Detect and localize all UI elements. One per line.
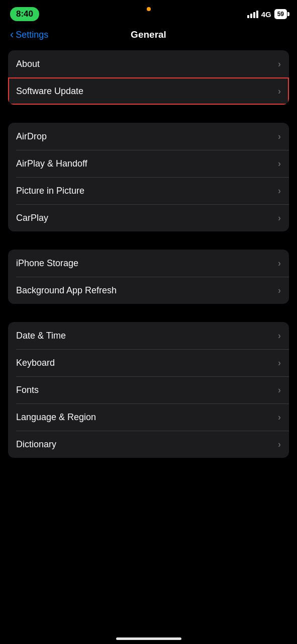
settings-item-date-time[interactable]: Date & Time › <box>8 322 289 349</box>
settings-item-carplay[interactable]: CarPlay › <box>8 204 289 231</box>
settings-item-about[interactable]: About › <box>8 50 289 77</box>
language-region-chevron-icon: › <box>278 412 281 423</box>
settings-item-background-app-refresh[interactable]: Background App Refresh › <box>8 277 289 304</box>
battery-icon: 59 <box>274 9 287 19</box>
section-3-group: iPhone Storage › Background App Refresh … <box>8 250 289 304</box>
settings-item-language-region[interactable]: Language & Region › <box>8 404 289 431</box>
airdrop-label: AirDrop <box>16 131 47 142</box>
date-time-chevron-icon: › <box>278 331 281 341</box>
section-3: iPhone Storage › Background App Refresh … <box>8 250 289 304</box>
network-label: 4G <box>261 10 271 19</box>
section-4-group: Date & Time › Keyboard › Fonts › Languag… <box>8 322 289 458</box>
status-bar: 8:40 4G 59 <box>0 0 297 25</box>
status-time: 8:40 <box>10 7 39 21</box>
dictionary-chevron-icon: › <box>278 439 281 450</box>
section-2: AirDrop › AirPlay & Handoff › Picture in… <box>8 123 289 231</box>
section-1: About › Software Update › <box>8 50 289 105</box>
picture-in-picture-chevron-icon: › <box>278 186 281 196</box>
fonts-label: Fonts <box>16 385 39 395</box>
battery-container: 59 <box>274 9 287 19</box>
carplay-label: CarPlay <box>16 213 48 223</box>
settings-item-iphone-storage[interactable]: iPhone Storage › <box>8 250 289 277</box>
settings-item-software-update[interactable]: Software Update › <box>8 77 289 105</box>
airplay-handoff-chevron-icon: › <box>278 158 281 169</box>
settings-item-dictionary[interactable]: Dictionary › <box>8 431 289 458</box>
back-label: Settings <box>16 30 48 40</box>
language-region-label: Language & Region <box>16 412 96 423</box>
signal-bar-1 <box>247 15 249 18</box>
back-chevron-icon: ‹ <box>10 29 14 40</box>
airdrop-chevron-icon: › <box>278 131 281 142</box>
signal-bar-2 <box>250 14 252 18</box>
background-app-refresh-label: Background App Refresh <box>16 285 117 296</box>
home-indicator <box>116 637 181 640</box>
carplay-chevron-icon: › <box>278 213 281 223</box>
keyboard-chevron-icon: › <box>278 358 281 368</box>
signal-bars <box>247 11 258 18</box>
about-chevron-icon: › <box>278 59 281 69</box>
settings-item-picture-in-picture[interactable]: Picture in Picture › <box>8 177 289 204</box>
background-app-refresh-chevron-icon: › <box>278 285 281 296</box>
iphone-storage-chevron-icon: › <box>278 258 281 269</box>
dot-indicator <box>147 7 151 11</box>
page-title: General <box>131 29 166 40</box>
settings-item-airdrop[interactable]: AirDrop › <box>8 123 289 150</box>
settings-content: About › Software Update › AirDrop › AirP… <box>0 50 297 458</box>
section-1-group: About › Software Update › <box>8 50 289 105</box>
picture-in-picture-label: Picture in Picture <box>16 186 84 196</box>
signal-bar-3 <box>253 12 255 18</box>
fonts-chevron-icon: › <box>278 385 281 395</box>
section-2-group: AirDrop › AirPlay & Handoff › Picture in… <box>8 123 289 231</box>
nav-bar: ‹ Settings General <box>0 25 297 50</box>
signal-bar-4 <box>256 11 258 18</box>
dictionary-label: Dictionary <box>16 439 56 450</box>
iphone-storage-label: iPhone Storage <box>16 258 78 269</box>
date-time-label: Date & Time <box>16 331 66 341</box>
software-update-chevron-icon: › <box>278 86 281 97</box>
settings-item-airplay-handoff[interactable]: AirPlay & Handoff › <box>8 150 289 177</box>
about-label: About <box>16 59 40 69</box>
settings-item-fonts[interactable]: Fonts › <box>8 376 289 404</box>
airplay-handoff-label: AirPlay & Handoff <box>16 158 87 169</box>
keyboard-label: Keyboard <box>16 358 55 368</box>
software-update-label: Software Update <box>16 86 83 97</box>
back-button[interactable]: ‹ Settings <box>10 29 48 40</box>
status-right: 4G 59 <box>247 9 287 19</box>
settings-item-keyboard[interactable]: Keyboard › <box>8 349 289 376</box>
section-4: Date & Time › Keyboard › Fonts › Languag… <box>8 322 289 458</box>
